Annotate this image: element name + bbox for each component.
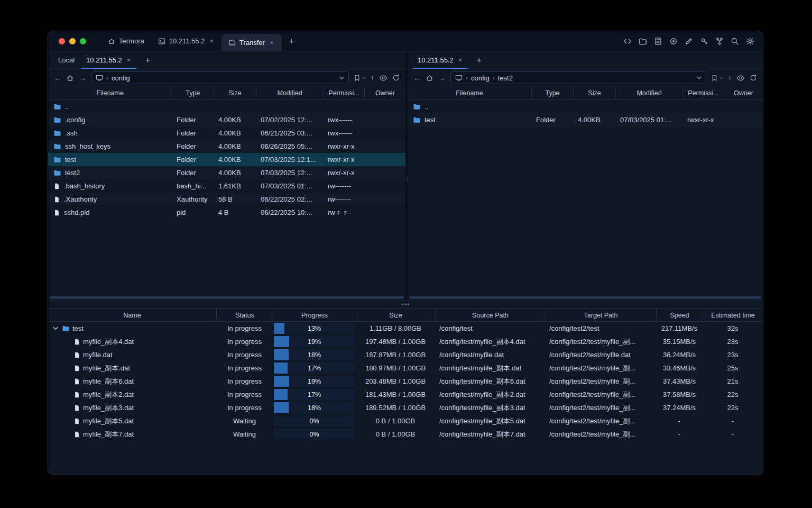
file-row-test[interactable]: testFolder4.00KB07/03/2025 01:...rwxr-xr… (408, 113, 763, 126)
transfer-row-myfile-dat[interactable]: myfile_副本.datIn progress17%180.97MB / 1.… (48, 361, 763, 375)
show-hidden-icon[interactable] (736, 75, 745, 81)
file-row-ssh-host-keys[interactable]: ssh_host_keysFolder4.00KB06/26/2025 05:.… (48, 140, 405, 153)
close-tab-icon[interactable]: × (457, 56, 464, 65)
key-icon[interactable] (700, 37, 708, 46)
back-icon[interactable]: ← (413, 74, 421, 81)
file-row-item[interactable]: .. (48, 100, 405, 113)
column-header-permissi[interactable]: Permissi... (323, 86, 364, 99)
transfer-row-myfile-6-dat[interactable]: myfile_副本6.datIn progress19%203.48MB / 1… (48, 375, 763, 388)
column-header-progress[interactable]: Progress (273, 309, 356, 321)
column-header-filename[interactable]: Filename (48, 86, 172, 99)
file-row-config[interactable]: .configFolder4.00KB07/02/2025 12:...rwx-… (48, 113, 405, 126)
transfer-row-myfile-4-dat[interactable]: myfile_副本4.datIn progress19%197.48MB / 1… (48, 335, 763, 348)
scrollbar-thumb[interactable] (50, 296, 404, 299)
transfer-row-myfile-5-dat[interactable]: myfile_副本5.datWaiting0%0 B / 1.00GB/conf… (48, 414, 763, 428)
horizontal-splitter[interactable]: ••• (48, 300, 763, 309)
breadcrumb-item-config[interactable]: config (471, 74, 490, 82)
minimize-window-button[interactable] (69, 38, 76, 44)
column-header-estimated-time[interactable]: Estimated time (703, 309, 763, 321)
file-row-test[interactable]: testFolder4.00KB07/03/2025 12:1...rwxr-x… (48, 153, 405, 166)
new-window-tab-button[interactable]: + (285, 35, 299, 47)
column-header-owner[interactable]: Owner (724, 86, 763, 99)
close-tab-icon[interactable]: × (269, 38, 275, 47)
bookmark-dropdown[interactable] (711, 75, 723, 81)
transfer-row-myfile-7-dat[interactable]: myfile_副本7.datWaiting0%0 B / 1.00GB/conf… (48, 428, 763, 441)
window-tab-10-211-55-2[interactable]: 10.211.55.2× (151, 31, 222, 51)
home-icon[interactable] (66, 74, 74, 82)
file-row-item[interactable]: .. (408, 100, 763, 113)
transfer-row-myfile-3-dat[interactable]: myfile_副本3.datIn progress18%189.52MB / 1… (48, 401, 763, 414)
code-icon[interactable] (623, 37, 632, 46)
folder-icon[interactable] (639, 37, 647, 46)
branch-icon[interactable] (715, 37, 724, 46)
transfer-row-myfile-dat[interactable]: myfile.datIn progress18%187.87MB / 1.00G… (48, 348, 763, 361)
column-header-size[interactable]: Size (573, 86, 615, 99)
progress-bar: 0% (274, 429, 355, 440)
column-header-status[interactable]: Status (216, 309, 273, 321)
bookmark-dropdown[interactable] (354, 75, 366, 81)
file-type: Folder (172, 129, 214, 137)
file-row-xauthority[interactable]: .XauthorityXauthority58 B06/22/2025 02:.… (48, 193, 405, 206)
left-new-tab-button[interactable]: + (141, 51, 154, 69)
refresh-icon[interactable] (392, 74, 400, 81)
file-name: .ssh (65, 129, 78, 137)
file-row-test2[interactable]: test2Folder4.00KB07/03/2025 12:...rwxr-x… (48, 166, 405, 179)
expand-chevron-icon[interactable] (51, 326, 59, 330)
estimated-time: 22s (703, 391, 763, 398)
file-row-bash-history[interactable]: .bash_historybash_hi...1.61KB07/03/2025 … (48, 179, 405, 193)
column-header-target-path[interactable]: Target Path (545, 309, 656, 321)
file-row-ssh[interactable]: .sshFolder4.00KB06/21/2025 03:...rwx----… (48, 126, 405, 140)
chevron-down-icon[interactable] (697, 76, 702, 79)
forward-icon[interactable]: → (438, 74, 446, 81)
file-icon (73, 431, 80, 438)
breadcrumb-item-test2[interactable]: test2 (498, 74, 513, 82)
scrollbar-thumb[interactable] (409, 296, 761, 299)
right-breadcrumb: ›config›test2 (466, 74, 513, 82)
file-name: ssh_host_keys (65, 142, 110, 150)
file-row-sshd-pid[interactable]: sshd.pidpid4 B06/22/2025 10:...rw-r--r-- (48, 206, 405, 219)
close-tab-icon[interactable]: × (126, 56, 132, 65)
zoom-window-button[interactable] (80, 38, 86, 44)
close-window-button[interactable] (59, 38, 65, 44)
column-header-name[interactable]: Name (48, 309, 216, 321)
column-header-size[interactable]: Size (356, 309, 435, 321)
column-header-size[interactable]: Size (214, 86, 256, 99)
home-icon[interactable] (426, 74, 433, 82)
log-icon[interactable] (654, 37, 662, 46)
record-icon[interactable] (669, 37, 678, 46)
file-type: Folder (172, 156, 214, 164)
right-new-tab-button[interactable]: + (472, 51, 486, 69)
upload-icon[interactable]: ↑ (371, 74, 374, 81)
back-icon[interactable]: ← (54, 74, 61, 81)
transfer-row-myfile-2-dat[interactable]: myfile_副本2.datIn progress17%181.43MB / 1… (48, 388, 763, 401)
progress-bar: 19% (274, 376, 355, 387)
window-tab-termora[interactable]: Termora (101, 31, 151, 51)
close-tab-icon[interactable]: × (208, 37, 215, 46)
transfer-row-test[interactable]: testIn progress13%1.11GB / 8.00GB/config… (48, 322, 763, 335)
panel-tab-10-211-55-2[interactable]: 10.211.55.2× (412, 51, 469, 69)
right-path-field[interactable]: ›config›test2 (450, 71, 706, 84)
search-icon[interactable] (731, 37, 739, 46)
chevron-down-icon[interactable] (339, 76, 344, 79)
column-header-modified[interactable]: Modified (256, 86, 323, 99)
column-header-modified[interactable]: Modified (615, 86, 682, 99)
panel-tab-local[interactable]: Local (52, 51, 80, 69)
transfer-size: 189.52MB / 1.00GB (356, 404, 435, 412)
refresh-icon[interactable] (750, 74, 757, 81)
left-path-field[interactable]: ›config (91, 71, 349, 84)
breadcrumb-item-config[interactable]: config (112, 74, 130, 82)
column-header-permissi[interactable]: Permissi... (682, 86, 724, 99)
column-header-type[interactable]: Type (172, 86, 214, 99)
show-hidden-icon[interactable] (379, 75, 387, 81)
column-header-type[interactable]: Type (531, 86, 573, 99)
column-header-speed[interactable]: Speed (656, 309, 703, 321)
column-header-source-path[interactable]: Source Path (435, 309, 545, 321)
forward-icon[interactable]: → (79, 74, 86, 81)
column-header-filename[interactable]: Filename (408, 86, 531, 99)
upload-icon[interactable]: ↑ (728, 74, 732, 81)
window-tab-transfer[interactable]: Transfer× (222, 34, 282, 51)
settings-icon[interactable] (746, 37, 754, 46)
edit-icon[interactable] (685, 37, 693, 46)
column-header-owner[interactable]: Owner (364, 86, 405, 99)
panel-tab-10-211-55-2[interactable]: 10.211.55.2× (80, 51, 137, 69)
